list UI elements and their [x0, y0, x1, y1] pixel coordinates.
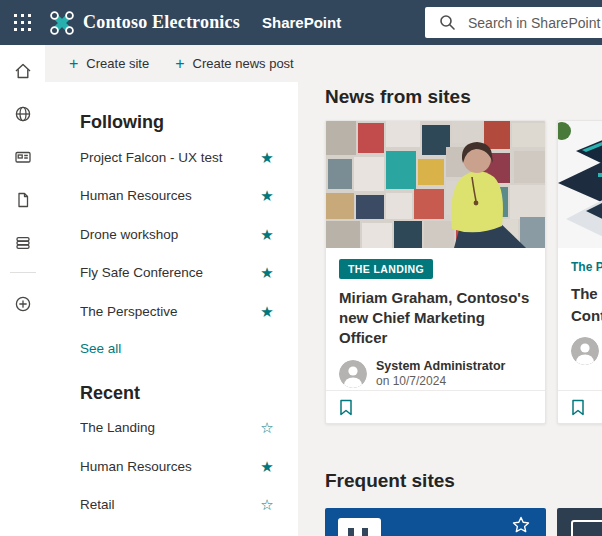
topbar: Contoso Electronics SharePoint	[0, 0, 602, 45]
following-heading: Following	[80, 110, 276, 134]
news-card-perspective[interactable]: The Pe The in Conto	[557, 120, 602, 424]
news-icon[interactable]	[1, 135, 45, 178]
star-filled-icon[interactable]: ★	[258, 188, 276, 203]
add-site-plus-icon[interactable]	[1, 282, 45, 325]
site-label: Retail	[80, 497, 258, 512]
site-link[interactable]: The Pe	[571, 260, 602, 274]
star-outline-icon[interactable]	[512, 516, 530, 536]
recent-list: The Landing ☆ Human Resources ★ Retail ☆	[80, 409, 276, 525]
frequent-site-tile-1[interactable]	[325, 508, 546, 536]
create-site-button[interactable]: + Create site	[69, 56, 149, 72]
waffle-grid-icon	[14, 14, 32, 32]
person-icon	[571, 337, 599, 365]
star-filled-icon[interactable]: ★	[258, 265, 276, 280]
sidebar-item-retail[interactable]: Retail ☆	[80, 486, 276, 525]
news-card-miriam-graham[interactable]: THE LANDING Miriam Graham, Contoso's new…	[325, 120, 546, 424]
brand-name: Contoso Electronics	[83, 12, 240, 33]
author-row	[571, 337, 602, 365]
main-content: News from sites	[298, 82, 602, 536]
bookmark-icon[interactable]	[339, 399, 353, 416]
star-filled-icon[interactable]: ★	[258, 227, 276, 242]
author-block: System Administrator on 10/7/2024	[376, 358, 505, 389]
search-icon	[439, 14, 456, 31]
recent-heading: Recent	[80, 381, 276, 405]
search-box[interactable]	[425, 7, 602, 38]
sidebar-item-fly-safe-conference[interactable]: Fly Safe Conference ★	[80, 254, 276, 293]
frequent-site-tile-2[interactable]	[557, 508, 602, 536]
news-title-line1: The in	[571, 283, 602, 305]
sidebar-item-drone-workshop[interactable]: Drone workshop ★	[80, 215, 276, 254]
app-launcher-waffle-icon[interactable]	[0, 0, 45, 45]
frequent-section-heading: Frequent sites	[325, 470, 455, 492]
news-section-heading: News from sites	[325, 86, 471, 108]
following-list: Project Falcon - UX test ★ Human Resourc…	[80, 138, 276, 331]
avatar	[571, 337, 599, 365]
left-rail	[0, 45, 45, 536]
bookmark-icon[interactable]	[571, 399, 585, 416]
site-logo-outline	[571, 520, 602, 536]
plus-icon: +	[69, 56, 78, 72]
sidebar-item-the-perspective[interactable]: The Perspective ★	[80, 292, 276, 331]
logo-mark	[362, 528, 368, 536]
search-input[interactable]	[468, 15, 602, 31]
sidebar-item-project-falcon[interactable]: Project Falcon - UX test ★	[80, 138, 276, 177]
frequent-tiles-row	[325, 508, 602, 536]
news-cards-row: THE LANDING Miriam Graham, Contoso's new…	[325, 120, 602, 424]
card-body: The Pe The in Conto	[558, 248, 602, 365]
see-all-link[interactable]: See all	[80, 341, 121, 356]
star-outline-icon[interactable]: ☆	[258, 497, 276, 512]
command-bar: + Create site + Create news post	[45, 45, 602, 82]
avatar	[339, 360, 367, 388]
product-name: SharePoint	[262, 14, 341, 31]
news-image-collage-portrait	[326, 121, 546, 248]
home-icon[interactable]	[1, 49, 45, 92]
create-news-post-label: Create news post	[193, 56, 294, 71]
site-label: Fly Safe Conference	[80, 265, 258, 280]
sidebar-item-human-resources[interactable]: Human Resources ★	[80, 177, 276, 216]
star-filled-icon[interactable]: ★	[258, 459, 276, 474]
site-label: The Landing	[80, 420, 258, 435]
drone-logo-icon	[49, 10, 75, 36]
site-label: Human Resources	[80, 188, 258, 203]
site-label: Project Falcon - UX test	[80, 150, 258, 165]
star-filled-icon[interactable]: ★	[258, 304, 276, 319]
star-outline-icon[interactable]: ☆	[258, 420, 276, 435]
post-date: on 10/7/2024	[376, 374, 505, 389]
document-icon[interactable]	[1, 178, 45, 221]
logo-mark	[348, 528, 354, 536]
news-image-devices	[558, 121, 602, 248]
news-title[interactable]: Miriam Graham, Contoso's new Chief Marke…	[339, 288, 532, 348]
library-icon[interactable]	[1, 221, 45, 264]
sidebar-item-the-landing[interactable]: The Landing ☆	[80, 409, 276, 448]
site-label: The Perspective	[80, 304, 258, 319]
globe-icon[interactable]	[1, 92, 45, 135]
card-footer	[326, 390, 545, 423]
create-news-post-button[interactable]: + Create news post	[175, 56, 294, 72]
rail-divider	[10, 272, 36, 273]
author-row: System Administrator on 10/7/2024	[339, 358, 532, 389]
sidebar-item-human-resources-recent[interactable]: Human Resources ★	[80, 447, 276, 486]
brand-logo-link[interactable]: Contoso Electronics	[49, 10, 240, 36]
site-badge[interactable]: THE LANDING	[339, 259, 433, 279]
news-title-line2: Conto	[571, 305, 602, 327]
create-site-label: Create site	[86, 56, 149, 71]
news-title[interactable]: The in Conto	[571, 283, 602, 327]
site-label: Drone workshop	[80, 227, 258, 242]
card-body: THE LANDING Miriam Graham, Contoso's new…	[326, 248, 545, 389]
plus-icon: +	[175, 56, 184, 72]
person-icon	[339, 360, 367, 388]
sidebar: Following Project Falcon - UX test ★ Hum…	[45, 82, 298, 536]
site-label: Human Resources	[80, 459, 258, 474]
site-logo	[338, 518, 381, 536]
star-filled-icon[interactable]: ★	[258, 150, 276, 165]
card-footer	[558, 390, 602, 423]
author-name: System Administrator	[376, 358, 505, 374]
